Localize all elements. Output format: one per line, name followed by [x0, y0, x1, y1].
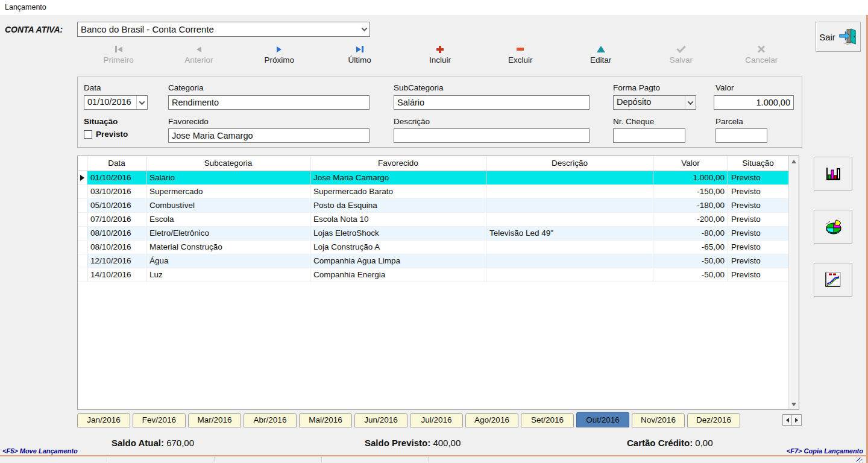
- tab-dez-2016[interactable]: Dez/2016: [687, 413, 740, 427]
- column-header-desc[interactable]: Descrição: [486, 156, 653, 171]
- table-row[interactable]: 08/10/2016Eletro/EletrônicoLojas EletroS…: [78, 227, 788, 241]
- active-account-combobox[interactable]: Banco do Brasil - Conta Corrente: [77, 22, 370, 37]
- column-header-data[interactable]: Data: [87, 156, 146, 171]
- previsto-label: Previsto: [96, 130, 128, 139]
- subcategoria-label: SubCategoria: [394, 83, 444, 92]
- forma-pagto-combobox[interactable]: Depósito: [613, 95, 696, 110]
- valor-field[interactable]: [714, 95, 794, 110]
- saldo-atual: Saldo Atual: 670,00: [112, 438, 194, 448]
- date-value: 01/10/2016: [84, 96, 136, 109]
- toolbar-button-label: Incluir: [429, 55, 451, 65]
- cell-subcategoria: Supermercado: [146, 185, 310, 198]
- chevron-down-icon[interactable]: [136, 96, 147, 109]
- toolbar-button-label: Salvar: [670, 55, 693, 65]
- table-row[interactable]: 07/10/2016EscolaEscola Nota 10-200,00Pre…: [78, 213, 788, 227]
- line-chart-icon: [823, 271, 843, 289]
- nr-cheque-field[interactable]: [613, 128, 685, 143]
- descricao-field[interactable]: [394, 128, 590, 143]
- add-icon: [434, 45, 446, 54]
- previous-record-icon: [193, 45, 205, 54]
- subcategoria-field[interactable]: [394, 95, 590, 110]
- scroll-up-icon[interactable]: [789, 156, 799, 166]
- parcela-field[interactable]: [715, 128, 767, 143]
- situacao-label: Situação: [84, 117, 118, 126]
- cell-descricao: [486, 254, 653, 268]
- categoria-field[interactable]: [168, 95, 370, 110]
- forma-pagto-label: Forma Pagto: [613, 83, 660, 92]
- cell-subcategoria: Combustível: [146, 199, 310, 212]
- tab-nov-2016[interactable]: Nov/2016: [632, 413, 685, 427]
- tab-scroll-right-icon[interactable]: [792, 414, 802, 426]
- table-row[interactable]: 03/10/2016SupermercadoSupermercado Barat…: [78, 185, 788, 199]
- edit-icon: [595, 45, 607, 54]
- toolbar-button-cancel: Cancelar: [722, 45, 802, 70]
- chevron-down-icon[interactable]: [685, 96, 696, 109]
- row-indicator: [78, 199, 87, 212]
- tab-scroll-left-icon[interactable]: [782, 414, 792, 426]
- toolbar-button-add[interactable]: Incluir: [400, 45, 480, 70]
- toolbar-button-label: Cancelar: [745, 55, 778, 65]
- column-header-sit[interactable]: Situação: [728, 156, 788, 171]
- saldo-previsto-value: 400,00: [433, 438, 461, 448]
- f7-hotkey-note: <F7> Copia Lançamento: [787, 447, 863, 455]
- cell-subcategoria: Luz: [146, 268, 310, 282]
- favorecido-field[interactable]: [168, 128, 370, 143]
- toolbar-button-last[interactable]: Último: [319, 45, 400, 70]
- table-row[interactable]: 01/10/2016SalárioJose Maria Camargo1.000…: [78, 171, 788, 185]
- toolbar-button-next[interactable]: Próximo: [239, 45, 319, 70]
- tab-out-2016[interactable]: Out/2016: [576, 412, 629, 427]
- tab-scroller: [782, 414, 802, 426]
- pie-chart-button[interactable]: [814, 210, 852, 244]
- pie-chart-icon: [823, 218, 843, 236]
- cell-valor: 1.000,00: [653, 171, 728, 184]
- toolbar-button-label: Primeiro: [104, 55, 134, 65]
- grid-header: DataSubcategoriaFavorecidoDescriçãoValor…: [78, 156, 788, 171]
- active-account-value: Banco do Brasil - Conta Corrente: [78, 24, 359, 34]
- window-title: Lançamento: [5, 3, 46, 11]
- date-picker[interactable]: 01/10/2016: [84, 95, 148, 110]
- cell-favorecido: Escola Nota 10: [310, 213, 486, 226]
- tab-jan-2016[interactable]: Jan/2016: [77, 413, 130, 427]
- cell-valor: -180,00: [653, 199, 728, 212]
- previsto-checkbox-row[interactable]: Previsto: [84, 130, 128, 139]
- cell-descricao: [486, 185, 653, 198]
- toolbar-button-del[interactable]: Excluir: [480, 45, 561, 70]
- scroll-down-icon[interactable]: [789, 399, 799, 409]
- statusbar: [0, 456, 866, 463]
- remove-icon: [514, 45, 526, 54]
- table-row[interactable]: 08/10/2016Material ConstruçãoLoja Constr…: [78, 241, 788, 254]
- cartao-credito-value: 0,00: [695, 438, 712, 448]
- table-row[interactable]: 05/10/2016CombustívelPosto da Esquina-18…: [78, 199, 788, 213]
- column-header-fav[interactable]: Favorecido: [310, 156, 486, 171]
- table-row[interactable]: 14/10/2016LuzCompanhia Energia-50,00Prev…: [78, 268, 788, 282]
- grid-vertical-scrollbar[interactable]: [788, 156, 799, 409]
- chevron-down-icon[interactable]: [359, 22, 370, 36]
- cell-subcategoria: Escola: [146, 213, 310, 226]
- favorecido-label: Favorecido: [168, 117, 209, 126]
- row-indicator: [78, 213, 87, 226]
- row-indicator: [78, 241, 87, 254]
- bar-chart-button[interactable]: [814, 157, 852, 191]
- tab-set-2016[interactable]: Set/2016: [521, 413, 574, 427]
- tab-jun-2016[interactable]: Jun/2016: [354, 413, 407, 427]
- resize-grip-icon[interactable]: [857, 458, 863, 462]
- toolbar-button-edit[interactable]: Editar: [561, 45, 641, 70]
- tab-abr-2016[interactable]: Abr/2016: [244, 413, 297, 427]
- toolbar-button-label: Último: [348, 55, 371, 65]
- tab-fev-2016[interactable]: Fev/2016: [133, 413, 186, 427]
- column-header-valor[interactable]: Valor: [653, 156, 728, 171]
- table-row[interactable]: 12/10/2016ÁguaCompanhia Agua Limpa-50,00…: [78, 254, 788, 268]
- saldo-previsto-label: Saldo Previsto:: [365, 438, 430, 448]
- cell-valor: -80,00: [653, 227, 728, 240]
- tab-mai-2016[interactable]: Mai/2016: [299, 413, 352, 427]
- tab-ago-2016[interactable]: Ago/2016: [465, 413, 518, 427]
- column-header-sub[interactable]: Subcategoria: [146, 156, 310, 171]
- tab-jul-2016[interactable]: Jul/2016: [410, 413, 463, 427]
- descricao-label: Descrição: [394, 117, 430, 126]
- cell-valor: -50,00: [653, 254, 728, 268]
- tab-mar-2016[interactable]: Mar/2016: [188, 413, 241, 427]
- cell-descricao: [486, 171, 653, 184]
- previsto-checkbox[interactable]: [84, 130, 92, 139]
- exit-button[interactable]: Sair: [816, 22, 861, 52]
- line-chart-button[interactable]: [814, 263, 852, 297]
